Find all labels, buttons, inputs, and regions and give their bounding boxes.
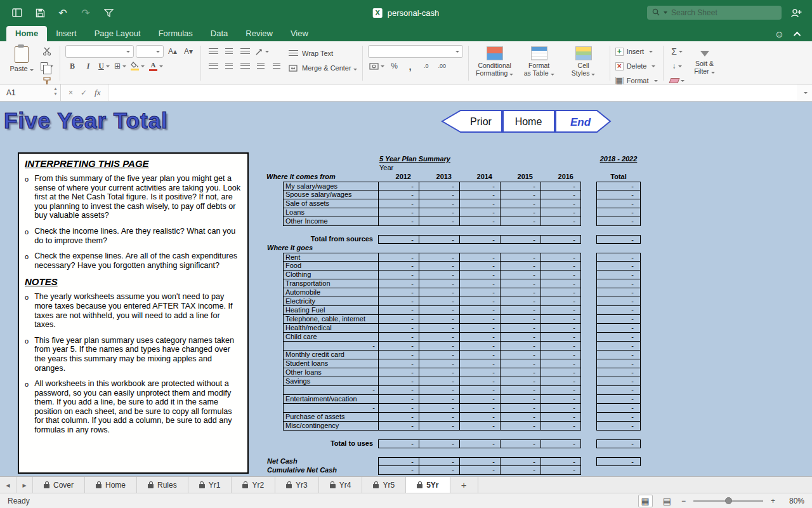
add-sheet-icon[interactable]: + xyxy=(450,477,478,493)
plan-cell[interactable]: - xyxy=(500,253,540,262)
zoom-slider-knob[interactable] xyxy=(725,497,732,504)
plan-cell[interactable]: - xyxy=(419,333,459,342)
borders-icon[interactable]: ⊞ xyxy=(113,60,128,72)
wordart-title[interactable]: Five Year Total xyxy=(4,108,168,133)
fill-color-icon[interactable] xyxy=(129,60,146,72)
plan-row-label[interactable]: Spouse salary/wages xyxy=(283,190,378,199)
plan-cell[interactable]: - xyxy=(500,262,540,271)
plan-cell[interactable]: - xyxy=(459,404,500,413)
plan-row-label[interactable]: Transportation xyxy=(283,279,378,288)
zoom-out-icon[interactable]: − xyxy=(681,497,686,505)
percent-style-icon[interactable]: % xyxy=(388,60,402,72)
plan-row-label[interactable]: - xyxy=(283,342,378,351)
plan-cell[interactable]: - xyxy=(540,217,581,226)
plan-cell[interactable]: - xyxy=(419,271,459,279)
plan-total-cell[interactable]: - xyxy=(596,253,641,262)
autosum-icon[interactable]: Σ xyxy=(669,45,686,58)
plan-cell[interactable]: - xyxy=(459,386,500,395)
plan-cell[interactable]: - xyxy=(500,342,540,351)
plan-cell[interactable]: - xyxy=(419,190,459,199)
plan-cell[interactable]: - xyxy=(378,182,419,190)
plan-total-cell[interactable]: - xyxy=(596,368,641,377)
plan-cell[interactable]: - xyxy=(540,368,581,377)
text-orientation-icon[interactable] xyxy=(254,45,270,58)
delete-cells-button[interactable]: × Delete xyxy=(615,60,658,72)
plan-cell[interactable]: - xyxy=(540,386,581,395)
plan-cell[interactable]: - xyxy=(500,217,540,226)
tab-page-layout[interactable]: Page Layout xyxy=(86,26,150,41)
plan-cell[interactable]: - xyxy=(459,306,500,315)
plan-cell[interactable]: - xyxy=(378,208,419,217)
plan-cell[interactable]: - xyxy=(500,395,540,404)
search-field[interactable] xyxy=(647,6,782,20)
plan-cell[interactable]: - xyxy=(459,182,500,190)
plan-total-cell[interactable]: - xyxy=(596,315,641,324)
plan-cell[interactable]: - xyxy=(540,208,581,217)
plan-year-label[interactable]: Year xyxy=(379,164,393,171)
plan-total-cell[interactable]: - xyxy=(596,439,641,448)
shrink-font-icon[interactable]: A▾ xyxy=(181,45,195,58)
plan-row-label[interactable]: Rent xyxy=(283,253,378,262)
plan-cell[interactable]: - xyxy=(500,182,540,190)
align-left-icon[interactable] xyxy=(206,60,220,72)
plan-cell[interactable]: - xyxy=(459,271,500,279)
plan-cell[interactable]: - xyxy=(419,217,459,226)
plan-total-cell[interactable]: - xyxy=(596,377,641,386)
feedback-smiley-icon[interactable]: ☺ xyxy=(775,29,784,39)
plan-cell[interactable]: - xyxy=(459,395,500,404)
plan-row-label[interactable]: Purchase of assets xyxy=(283,413,378,422)
plan-cell[interactable]: - xyxy=(500,377,540,386)
tab-formulas[interactable]: Formulas xyxy=(150,26,202,41)
sheet-tab-5yr[interactable]: 5Yr xyxy=(406,477,450,493)
plan-cell[interactable]: - xyxy=(378,466,419,475)
customize-toolbar-icon[interactable] xyxy=(103,7,114,18)
plan-row-label[interactable]: Misc/contingency xyxy=(283,422,378,431)
plan-cell[interactable]: - xyxy=(459,351,500,359)
plan-cell[interactable]: - xyxy=(500,208,540,217)
plan-cell[interactable]: - xyxy=(378,271,419,279)
plan-cell[interactable]: - xyxy=(540,439,581,448)
share-people-icon[interactable] xyxy=(790,7,802,18)
plan-cell[interactable]: - xyxy=(378,342,419,351)
plan-cell[interactable]: - xyxy=(378,199,419,208)
wrap-text-button[interactable]: Wrap Text xyxy=(302,50,333,57)
next-sheet-icon[interactable]: ▸ xyxy=(16,477,33,493)
plan-cell[interactable]: - xyxy=(540,333,581,342)
plan-cell[interactable]: - xyxy=(459,377,500,386)
plan-cell[interactable]: - xyxy=(500,297,540,306)
plan-cell[interactable]: - xyxy=(500,439,540,448)
plan-cell[interactable]: - xyxy=(459,288,500,297)
plan-cell[interactable]: - xyxy=(378,315,419,324)
sheet-tab-yr4[interactable]: Yr4 xyxy=(319,477,363,493)
plan-cell[interactable]: - xyxy=(378,413,419,422)
plan-cell[interactable]: - xyxy=(378,333,419,342)
plan-cell[interactable]: - xyxy=(378,235,419,244)
align-bottom-icon[interactable] xyxy=(238,45,252,58)
plan-row-label[interactable]: Health/medical xyxy=(283,324,378,333)
plan-cell[interactable]: - xyxy=(540,342,581,351)
plan-cell[interactable]: - xyxy=(419,315,459,324)
plan-cell[interactable]: - xyxy=(500,315,540,324)
plan-cell[interactable]: - xyxy=(459,342,500,351)
plan-total-cell[interactable]: - xyxy=(596,262,641,271)
plan-cell[interactable]: - xyxy=(419,324,459,333)
plan-cell[interactable]: - xyxy=(500,279,540,288)
plan-cell[interactable]: - xyxy=(378,368,419,377)
plan-cell[interactable]: - xyxy=(500,359,540,368)
plan-cell[interactable]: - xyxy=(459,217,500,226)
nav-prior-label[interactable]: Prior xyxy=(470,116,492,127)
plan-row-label[interactable]: Electricity xyxy=(283,297,378,306)
plan-cell[interactable]: - xyxy=(419,297,459,306)
plan-row-label[interactable]: Sale of assets xyxy=(283,199,378,208)
plan-cell[interactable]: - xyxy=(459,235,500,244)
plan-cell[interactable]: - xyxy=(540,262,581,271)
plan-cell[interactable]: - xyxy=(540,199,581,208)
plan-cell[interactable]: - xyxy=(500,368,540,377)
zoom-in-icon[interactable]: + xyxy=(771,497,775,505)
plan-row-label[interactable]: Where it goes xyxy=(266,244,647,253)
plan-cell[interactable]: - xyxy=(378,351,419,359)
plan-cell[interactable]: - xyxy=(540,351,581,359)
merge-center-button[interactable]: Merge & Center xyxy=(302,64,357,72)
plan-cell[interactable]: - xyxy=(500,457,540,466)
search-scope-caret-icon[interactable] xyxy=(664,11,667,14)
